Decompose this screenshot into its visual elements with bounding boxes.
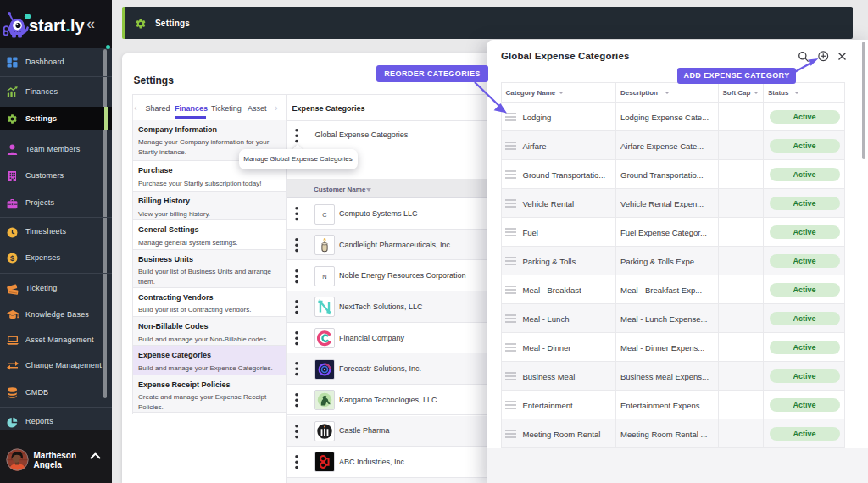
svg-text:$: $: [10, 254, 14, 263]
svg-text:N: N: [322, 273, 326, 280]
svg-text:C: C: [322, 210, 327, 218]
